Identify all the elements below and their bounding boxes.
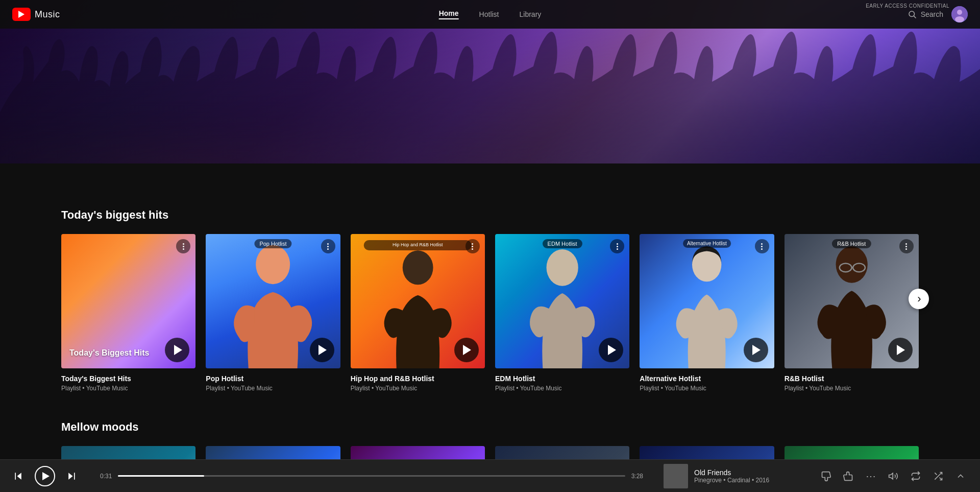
play-pause-button[interactable]	[35, 466, 55, 486]
more-btn-pop-hotlist[interactable]	[321, 239, 335, 253]
skip-forward-icon	[66, 471, 77, 481]
nav-library[interactable]: Library	[520, 10, 542, 18]
user-avatar[interactable]	[951, 6, 968, 22]
chip-pop-hotlist: Pop Hotlist	[254, 239, 291, 248]
card-alt-hotlist[interactable]: Alternative Hotlist Alternative Hotlist …	[640, 234, 774, 392]
card-bg-rnb: R&B Hotlist	[785, 234, 919, 368]
thumbs-up-icon	[843, 471, 853, 481]
chip-hiphop-hotlist: Hip Hop and R&B Hotlist	[364, 240, 472, 250]
track-thumbnail	[664, 464, 688, 488]
chip-rnb-hotlist: R&B Hotlist	[832, 239, 871, 248]
more-btn-biggest-hits[interactable]	[176, 239, 190, 253]
skip-back-icon	[13, 471, 23, 481]
card-bg-biggest-hits: Today's Biggest Hits	[61, 234, 195, 368]
card-title-rnb-hotlist: R&B Hotlist	[785, 374, 919, 383]
play-icon	[42, 472, 50, 480]
svg-point-0	[909, 11, 915, 17]
card-title-pop-hotlist: Pop Hotlist	[206, 374, 340, 383]
svg-point-10	[547, 249, 578, 286]
skip-forward-button[interactable]	[63, 468, 80, 484]
search-button[interactable]: Search	[908, 10, 943, 19]
card-sub-edm-hotlist: Playlist • YouTube Music	[495, 385, 629, 392]
card-sub-alt-hotlist: Playlist • YouTube Music	[640, 385, 774, 392]
expand-button[interactable]	[951, 467, 970, 485]
card-thumb-edm: EDM Hotlist	[495, 234, 629, 368]
svg-marker-16	[17, 473, 21, 479]
player-controls	[10, 466, 80, 486]
track-title: Old Friends	[694, 468, 817, 477]
card-thumb-rnb: R&B Hotlist	[785, 234, 919, 368]
card-bg-edm: EDM Hotlist	[495, 234, 629, 368]
search-icon	[908, 10, 917, 19]
card-thumb-biggest-hits: Today's Biggest Hits	[61, 234, 195, 368]
volume-icon	[888, 471, 898, 481]
card-title-edm-hotlist: EDM Hotlist	[495, 374, 629, 383]
logo[interactable]: Music	[12, 8, 60, 21]
card-edm-hotlist[interactable]: EDM Hotlist EDM Hotlist Playlist • YouTu…	[495, 234, 629, 392]
progress-bar[interactable]	[118, 475, 625, 477]
more-btn-alt-hotlist[interactable]	[755, 239, 769, 253]
card-hiphop-hotlist[interactable]: Hip Hop and R&B Hotlist Hip Hop and R&B …	[351, 234, 485, 392]
nav-home[interactable]: Home	[439, 9, 459, 19]
hits-cards-row: Today's Biggest Hits Today's Biggest Hit…	[61, 234, 919, 392]
volume-button[interactable]	[884, 467, 902, 485]
total-time: 3:28	[631, 473, 643, 480]
more-btn-rnb-hotlist[interactable]	[899, 239, 914, 253]
card-sub-pop-hotlist: Playlist • YouTube Music	[206, 385, 340, 392]
progress-section: 0:31 3:28	[80, 473, 664, 480]
card-title-alt-hotlist: Alternative Hotlist	[640, 374, 774, 383]
card-bg-hiphop: Hip Hop and R&B Hotlist	[351, 234, 485, 368]
youtube-icon	[12, 8, 31, 21]
chip-alt-hotlist: Alternative Hotlist	[683, 239, 731, 248]
shuffle-icon	[933, 471, 943, 481]
svg-point-4	[955, 16, 964, 22]
card-thumb-pop-hotlist: Pop Hotlist	[206, 234, 340, 368]
card-bg-alt: Alternative Hotlist	[640, 234, 774, 368]
repeat-icon	[911, 471, 921, 481]
player-bar: 0:31 3:28 Old Friends Pinegrove • Cardin…	[0, 459, 980, 492]
more-btn-hiphop-hotlist[interactable]	[465, 239, 480, 253]
main-content: Today's biggest hits Today's Biggest Hit…	[0, 163, 980, 492]
card-biggest-hits[interactable]: Today's Biggest Hits Today's Biggest Hit…	[61, 234, 195, 392]
card-pop-hotlist[interactable]: Pop Hotlist Pop Hotlist Playlist • YouTu…	[206, 234, 340, 392]
track-info: Old Friends Pinegrove • Cardinal • 2016	[694, 468, 817, 484]
play-btn-rnb-hotlist[interactable]	[888, 338, 913, 362]
app-name: Music	[35, 9, 60, 20]
card-rnb-hotlist[interactable]: R&B Hotlist R&B Hotlist Playlist • YouTu…	[785, 234, 919, 392]
search-label: Search	[921, 10, 943, 18]
card-sub-biggest-hits: Playlist • YouTube Music	[61, 385, 195, 392]
thumbs-up-button[interactable]	[839, 467, 857, 485]
thumbs-down-icon	[821, 471, 831, 481]
shuffle-button[interactable]	[929, 467, 947, 485]
svg-point-3	[957, 10, 962, 15]
expand-icon	[955, 471, 966, 481]
skip-back-button[interactable]	[10, 468, 27, 484]
svg-point-9	[402, 250, 433, 285]
card-thumb-hiphop: Hip Hop and R&B Hotlist	[351, 234, 485, 368]
repeat-button[interactable]	[906, 467, 925, 485]
thumbs-down-button[interactable]	[817, 467, 835, 485]
early-access-label: EARLY ACCESS CONFIDENTIAL	[866, 3, 949, 9]
more-options-player-button[interactable]: ⋯	[862, 467, 880, 485]
section-title-hits: Today's biggest hits	[61, 208, 919, 222]
card-sub-rnb-hotlist: Playlist • YouTube Music	[785, 385, 919, 392]
more-options-icon: ⋯	[866, 470, 876, 482]
card-title-hiphop-hotlist: Hip Hop and R&B Hotlist	[351, 374, 485, 383]
play-btn-hiphop-hotlist[interactable]	[454, 338, 479, 362]
play-btn-alt-hotlist[interactable]	[744, 338, 768, 362]
play-btn-biggest-hits[interactable]	[165, 338, 189, 362]
nav-hotlist[interactable]: Hotlist	[479, 10, 499, 18]
todays-hits-section: Today's biggest hits Today's Biggest Hit…	[0, 192, 980, 404]
card-thumb-alt: Alternative Hotlist	[640, 234, 774, 368]
progress-fill	[118, 475, 204, 477]
track-artist-label: Pinegrove • Cardinal • 2016	[694, 477, 817, 484]
svg-marker-20	[889, 473, 893, 479]
play-btn-pop-hotlist[interactable]	[310, 338, 334, 362]
next-carousel-btn[interactable]	[909, 289, 929, 309]
svg-marker-18	[68, 473, 72, 479]
svg-point-8	[256, 245, 290, 285]
player-actions: ⋯	[817, 467, 970, 485]
svg-line-23	[935, 473, 937, 475]
card-bg-pop-hotlist: Pop Hotlist	[206, 234, 340, 368]
avatar-image	[951, 6, 968, 22]
